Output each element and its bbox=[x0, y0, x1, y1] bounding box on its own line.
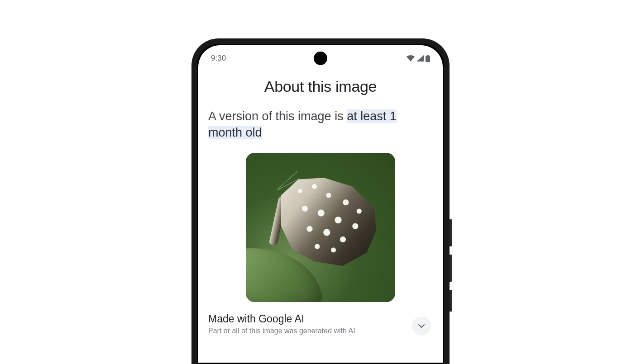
volume-up-button bbox=[450, 219, 452, 246]
volume-down-button bbox=[450, 255, 452, 282]
card-title: Made with Google AI bbox=[208, 313, 412, 325]
status-icons bbox=[407, 55, 430, 62]
phone-side-buttons bbox=[450, 219, 452, 320]
svg-rect-0 bbox=[426, 56, 430, 62]
wifi-icon bbox=[407, 55, 415, 61]
expand-button[interactable] bbox=[412, 317, 431, 336]
image-preview-container bbox=[208, 153, 433, 302]
description-prefix: A version of this image is bbox=[208, 109, 347, 123]
svg-rect-1 bbox=[427, 55, 429, 56]
signal-icon bbox=[416, 55, 424, 61]
status-time: 9:30 bbox=[211, 54, 226, 63]
card-text: Made with Google AI Part or all of this … bbox=[208, 313, 412, 335]
power-button bbox=[450, 290, 452, 312]
front-camera bbox=[314, 52, 327, 65]
image-preview[interactable] bbox=[246, 153, 395, 302]
status-bar: 9:30 bbox=[198, 45, 443, 67]
phone-screen: 9:30 About this image A version of this … bbox=[198, 45, 443, 363]
phone-frame: 9:30 About this image A version of this … bbox=[191, 38, 450, 364]
chevron-down-icon bbox=[417, 322, 426, 330]
page-title: About this image bbox=[208, 78, 433, 95]
content-area: About this image A version of this image… bbox=[198, 67, 443, 336]
card-subtitle: Part or all of this image was generated … bbox=[208, 327, 412, 335]
phone-mockup: 9:30 About this image A version of this … bbox=[191, 38, 450, 364]
battery-icon bbox=[426, 55, 430, 62]
image-age-description: A version of this image is at least 1 mo… bbox=[208, 108, 433, 141]
ai-disclosure-card[interactable]: Made with Google AI Part or all of this … bbox=[208, 312, 433, 336]
